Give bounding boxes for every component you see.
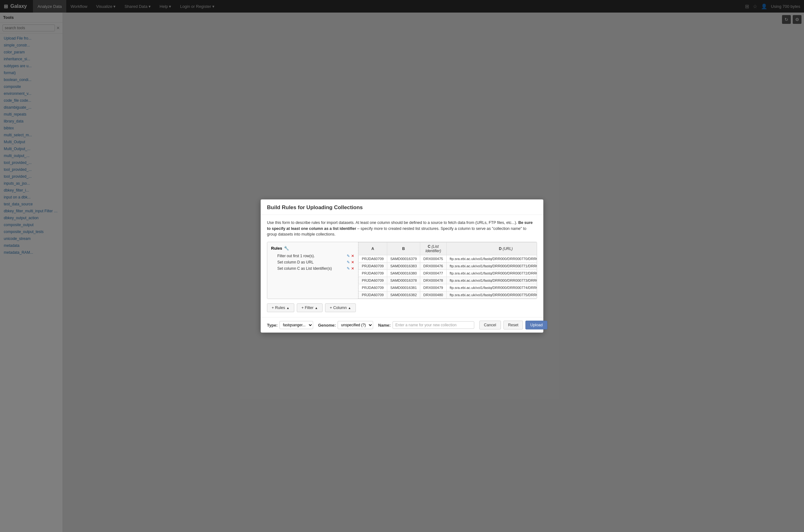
table-row: PRJDA60709 SAMD00016381 DRX000479 ftp.sr… [359, 284, 537, 291]
cell-4-3: ftp.sra.ebi.ac.uk/vol1/fastq/DRR000/DRR0… [446, 284, 537, 291]
cell-2-1: SAMD00016380 [387, 270, 420, 277]
rules-panel: Rules 🔧 Filter out first 1 row(s). ✎ ✕ S… [267, 242, 358, 299]
cell-4-2: DRX000479 [420, 284, 446, 291]
table-row: PRJDA60709 SAMD00016378 DRX000478 ftp.sr… [359, 277, 537, 284]
rule-delete-icon-2[interactable]: ✕ [351, 266, 354, 271]
cell-1-3: ftp.sra.ebi.ac.uk/vol1/fastq/DRR000/DRR0… [446, 263, 537, 270]
cell-4-1: SAMD00016381 [387, 284, 420, 291]
genome-label: Genome: [318, 323, 336, 327]
genome-field: Genome: unspecified (?)hg38hg19mm10dm6 [318, 321, 373, 329]
column-dropdown-button[interactable]: + Column ▲ [325, 303, 356, 312]
type-label: Type: [267, 323, 277, 327]
cell-0-3: ftp.sra.ebi.ac.uk/vol1/fastq/DRR000/DRR0… [446, 255, 537, 263]
cancel-button[interactable]: Cancel [479, 321, 501, 329]
modal-description: Use this form to describe rules for impo… [267, 220, 537, 238]
modal-header: Build Rules for Uploading Collections [261, 200, 543, 215]
cell-2-0: PRJDA60709 [359, 270, 387, 277]
col-header-c: C (List Identifier) [420, 243, 446, 255]
rule-text-0: Filter out first 1 row(s). [277, 254, 345, 258]
table-row: PRJDA60709 SAMD00016382 DRX000480 ftp.sr… [359, 291, 537, 299]
col-header-d: D (URL) [446, 243, 537, 255]
cell-2-3: ftp.sra.ebi.ac.uk/vol1/fastq/DRR000/DRR0… [446, 270, 537, 277]
genome-select[interactable]: unspecified (?)hg38hg19mm10dm6 [338, 321, 373, 329]
table-header: A B C (List Identifier) D (URL) [359, 243, 537, 255]
cell-3-3: ftp.sra.ebi.ac.uk/vol1/fastq/DRR000/DRR0… [446, 277, 537, 284]
cell-0-0: PRJDA60709 [359, 255, 387, 263]
table-body: PRJDA60709 SAMD00016379 DRX000475 ftp.sr… [359, 255, 537, 299]
rule-delete-icon-0[interactable]: ✕ [351, 254, 354, 258]
col-header-b: B [387, 243, 420, 255]
name-field: Name: [378, 321, 474, 329]
name-input[interactable] [393, 321, 474, 329]
rules-label: Rules [271, 246, 282, 251]
cell-1-2: DRX000476 [420, 263, 446, 270]
cell-5-0: PRJDA60709 [359, 291, 387, 299]
rule-item-2: Set column C as List Identifier(s) ✎ ✕ [277, 266, 354, 271]
modal-buttons-row: + Rules ▲ + Filter ▲ + Column ▲ [267, 303, 537, 312]
cell-5-3: ftp.sra.ebi.ac.uk/vol1/fastq/DRR000/DRR0… [446, 291, 537, 299]
rule-text-2: Set column C as List Identifier(s) [277, 266, 345, 271]
cell-3-0: PRJDA60709 [359, 277, 387, 284]
type-select[interactable]: fastqsanger...autofastqfastabamvcf [280, 321, 313, 329]
rules-button-caret: ▲ [286, 306, 290, 310]
modal-title: Build Rules for Uploading Collections [267, 205, 537, 211]
data-table: A B C (List Identifier) D (URL) [358, 242, 537, 299]
rules-list: Filter out first 1 row(s). ✎ ✕ Set colum… [271, 254, 354, 271]
rule-edit-icon-1[interactable]: ✎ [347, 260, 350, 264]
filter-button-label: + Filter [302, 306, 314, 310]
modal-footer: Type: fastqsanger...autofastqfastabamvcf… [261, 317, 543, 332]
col-header-a: A [359, 243, 387, 255]
table-row: PRJDA60709 SAMD00016383 DRX000476 ftp.sr… [359, 263, 537, 270]
column-button-caret: ▲ [348, 306, 351, 310]
rule-edit-icon-2[interactable]: ✎ [347, 266, 350, 271]
data-table-container: A B C (List Identifier) D (URL) [358, 242, 537, 299]
cell-0-1: SAMD00016379 [387, 255, 420, 263]
upload-button[interactable]: Upload [525, 321, 548, 329]
table-row: PRJDA60709 SAMD00016379 DRX000475 ftp.sr… [359, 255, 537, 263]
rule-delete-icon-1[interactable]: ✕ [351, 260, 354, 264]
rules-button-label: + Rules [272, 306, 285, 310]
cell-4-0: PRJDA60709 [359, 284, 387, 291]
filter-dropdown-button[interactable]: + Filter ▲ [297, 303, 323, 312]
cell-3-1: SAMD00016378 [387, 277, 420, 284]
upload-collections-modal: Build Rules for Uploading Collections Us… [261, 200, 543, 332]
type-field: Type: fastqsanger...autofastqfastabamvcf [267, 321, 313, 329]
rules-table-layout: Rules 🔧 Filter out first 1 row(s). ✎ ✕ S… [267, 242, 537, 299]
cell-2-2: DRX000477 [420, 270, 446, 277]
rule-text-1: Set column D as URL [277, 260, 345, 264]
cell-1-1: SAMD00016383 [387, 263, 420, 270]
description-plain: Use this form to describe rules for impo… [267, 221, 518, 225]
footer-actions: Cancel Reset Upload [479, 321, 548, 329]
modal-body: Use this form to describe rules for impo… [261, 215, 543, 317]
rules-panel-header: Rules 🔧 [271, 246, 354, 251]
cell-3-2: DRX000478 [420, 277, 446, 284]
wrench-icon: 🔧 [284, 246, 289, 251]
rule-edit-icon-0[interactable]: ✎ [347, 254, 350, 258]
cell-1-0: PRJDA60709 [359, 263, 387, 270]
reset-button[interactable]: Reset [503, 321, 523, 329]
table-row: PRJDA60709 SAMD00016380 DRX000477 ftp.sr… [359, 270, 537, 277]
rules-dropdown-button[interactable]: + Rules ▲ [267, 303, 294, 312]
cell-5-1: SAMD00016382 [387, 291, 420, 299]
rule-item-0: Filter out first 1 row(s). ✎ ✕ [277, 254, 354, 258]
rule-item-1: Set column D as URL ✎ ✕ [277, 260, 354, 264]
filter-button-caret: ▲ [315, 306, 318, 310]
column-button-label: + Column [330, 306, 347, 310]
modal-overlay: Build Rules for Uploading Collections Us… [0, 0, 804, 532]
name-label: Name: [378, 323, 391, 327]
cell-0-2: DRX000475 [420, 255, 446, 263]
cell-5-2: DRX000480 [420, 291, 446, 299]
